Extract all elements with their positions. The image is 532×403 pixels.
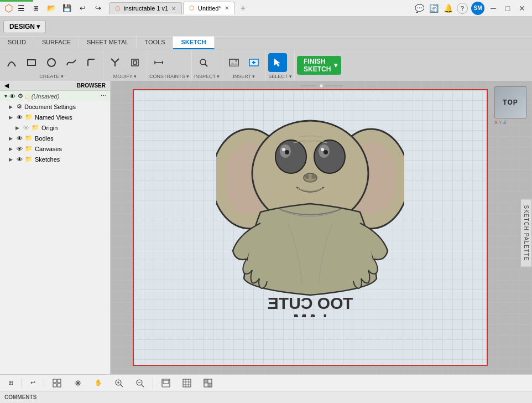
root-visibility-icon[interactable]: 👁 xyxy=(9,93,15,100)
inspect-section: INSPECT ▾ xyxy=(192,50,222,81)
finish-sketch-section: FINISH SKETCH ▾ xyxy=(295,50,343,81)
sidebar-item-named-views[interactable]: ▶ 👁 📁 Named Views xyxy=(0,112,110,122)
named-views-arrow: ▶ xyxy=(9,115,14,120)
select-tool-button[interactable] xyxy=(268,53,287,72)
undo-icon[interactable]: ↩ xyxy=(76,2,89,15)
menu-icon[interactable]: ☰ xyxy=(15,3,27,14)
bottom-undo-icon[interactable]: ↩ xyxy=(27,378,39,388)
sketches-folder-icon: 📁 xyxy=(25,156,33,163)
grid-settings-icon[interactable] xyxy=(179,377,195,389)
modify-label: MODIFY ▾ xyxy=(106,74,144,80)
root-settings-icon[interactable]: ⚙ xyxy=(18,92,23,100)
svg-point-14 xyxy=(235,60,237,62)
origin-eye-icon[interactable]: 👁 xyxy=(23,125,29,131)
insert-label: INSERT ▾ xyxy=(225,74,263,80)
zoom-fit-icon[interactable] xyxy=(132,377,148,389)
dimension-tool-button[interactable] xyxy=(149,53,168,72)
svg-text:I AM: I AM xyxy=(293,311,327,317)
view-options-icon[interactable] xyxy=(200,377,216,389)
user-avatar[interactable]: SM xyxy=(471,2,484,15)
offset-tool-button[interactable] xyxy=(126,53,144,72)
tab-instructable[interactable]: ⬡ instructable 1 v1 ✕ xyxy=(109,2,182,14)
svg-rect-37 xyxy=(53,379,56,383)
grid-view-icon[interactable] xyxy=(49,377,65,389)
tab-close-2[interactable]: ✕ xyxy=(225,5,229,11)
rectangle-tool-button[interactable] xyxy=(22,53,41,72)
hand-tool-icon[interactable]: ✋ xyxy=(91,378,106,388)
pan-tool-icon[interactable] xyxy=(70,377,86,389)
zoom-tool-icon[interactable] xyxy=(111,377,127,389)
svg-point-28 xyxy=(285,150,289,154)
sidebar-item-canvases[interactable]: ▶ 👁 📁 Canvases xyxy=(0,143,110,154)
insert-tool-button[interactable] xyxy=(244,53,263,72)
inspect-tool-button[interactable] xyxy=(194,53,213,72)
chat-icon[interactable]: 💬 xyxy=(414,3,425,14)
add-tab-button[interactable]: + xyxy=(236,2,250,14)
tab-tools[interactable]: TOOLS xyxy=(137,37,173,49)
sidebar-item-bodies[interactable]: ▶ 👁 📁 Bodies xyxy=(0,133,110,143)
sketches-eye-icon[interactable]: 👁 xyxy=(17,156,23,163)
svg-point-33 xyxy=(305,174,309,179)
doc-settings-label: Document Settings xyxy=(24,104,76,110)
trim-tool-button[interactable] xyxy=(106,53,124,72)
tab-sketch[interactable]: SKETCH xyxy=(173,37,214,49)
tab-surface[interactable]: SURFACE xyxy=(34,37,79,49)
fit-to-screen-icon[interactable]: ⊞ xyxy=(4,378,17,388)
constraints-label: CONSTRAINTS ▾ xyxy=(149,74,189,80)
svg-rect-49 xyxy=(163,380,169,384)
circle-tool-button[interactable] xyxy=(42,53,61,72)
svg-marker-13 xyxy=(230,62,238,66)
create-section: CREATE ▾ xyxy=(0,50,103,81)
sidebar-item-origin[interactable]: ▶ 👁 📁 Origin xyxy=(0,122,110,133)
titlebar: ⬡ ☰ ⊞ 📂 💾 ↩ ↪ ⬡ instructable 1 v1 ✕ ⬡ Un… xyxy=(0,0,532,17)
sketch-palette-tab[interactable]: SKETCH PALETTE xyxy=(520,199,532,267)
browser-header[interactable]: ◀ BROWSER xyxy=(0,81,110,91)
canvas-area[interactable]: TOO CUTE I AM TOP X Y Z SKETCH PALETTE xyxy=(111,81,532,374)
bodies-eye-icon[interactable]: 👁 xyxy=(17,135,23,142)
titlebar-controls: 💬 🔄 🔔 ? SM ─ □ ✕ xyxy=(414,2,528,15)
help-icon[interactable]: ? xyxy=(457,3,468,14)
sidebar-item-sketches[interactable]: ▶ 👁 📁 Sketches xyxy=(0,154,110,164)
doc-settings-gear-icon[interactable]: ⚙ xyxy=(17,103,22,110)
svg-rect-5 xyxy=(132,59,138,66)
new-tab-icon[interactable]: ⊞ xyxy=(29,2,43,15)
tab-icon-1: ⬡ xyxy=(115,5,121,12)
arc-tool-button[interactable] xyxy=(2,53,21,72)
design-menu-button[interactable]: DESIGN ▾ xyxy=(3,20,46,33)
canvases-eye-icon[interactable]: 👁 xyxy=(17,146,23,152)
sidebar-root-item[interactable]: ▾ 👁 ⚙ □ (Unsaved) ⋯ xyxy=(0,91,110,101)
svg-point-10 xyxy=(200,59,206,65)
save-icon[interactable]: 💾 xyxy=(60,2,74,15)
sync-icon[interactable]: 🔄 xyxy=(428,3,439,14)
ruler-indicator xyxy=(300,84,342,88)
tab-close-1[interactable]: ✕ xyxy=(171,6,176,12)
open-file-icon[interactable]: 📂 xyxy=(45,2,58,15)
tab-untitled[interactable]: ⬡ Untitled* ✕ xyxy=(183,2,235,14)
insert-image-button[interactable] xyxy=(225,53,243,72)
redo-icon[interactable]: ↪ xyxy=(91,2,105,15)
svg-line-2 xyxy=(111,59,115,63)
canvases-folder-icon: 📁 xyxy=(25,145,33,152)
y-axis-label: Y xyxy=(499,120,502,125)
tab-solid[interactable]: SOLID xyxy=(0,37,34,49)
loading-bar xyxy=(0,0,33,2)
tab-sheet-metal[interactable]: SHEET METAL xyxy=(79,37,137,49)
maximize-button[interactable]: □ xyxy=(502,3,513,14)
minimize-button[interactable]: ─ xyxy=(488,3,499,14)
named-views-eye-icon[interactable]: 👁 xyxy=(17,114,23,121)
fillet-tool-button[interactable] xyxy=(82,53,101,72)
close-button[interactable]: ✕ xyxy=(517,3,528,14)
insert-section: INSERT ▾ xyxy=(222,50,266,81)
z-axis-label: Z xyxy=(503,120,507,125)
svg-rect-40 xyxy=(58,384,61,387)
design-dropdown-icon: ▾ xyxy=(36,23,40,30)
view-cube-top[interactable]: TOP xyxy=(494,86,526,118)
display-settings-icon[interactable] xyxy=(158,377,174,389)
root-options-icon[interactable]: ⋯ xyxy=(101,92,107,100)
notification-icon[interactable]: 🔔 xyxy=(442,3,453,14)
origin-folder-icon: 📁 xyxy=(32,124,39,131)
finish-sketch-button[interactable]: FINISH SKETCH ▾ xyxy=(297,56,341,75)
root-label: (Unsaved) xyxy=(32,93,60,100)
spline-tool-button[interactable] xyxy=(62,53,81,72)
sidebar-item-document-settings[interactable]: ▶ ⚙ Document Settings xyxy=(0,101,110,112)
